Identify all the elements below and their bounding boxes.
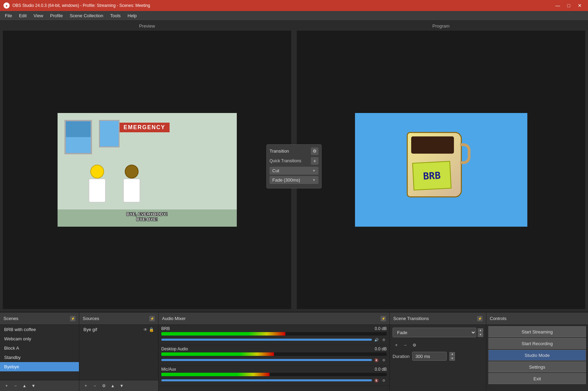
audio-corner-button[interactable]: ⚡ xyxy=(381,316,386,321)
audio-brb-settings-button[interactable]: ⚙ xyxy=(381,337,387,343)
caption-line2: BYE-BYE! xyxy=(126,217,168,222)
menu-file[interactable]: File xyxy=(1,12,16,19)
cut-chevron-icon: ▼ xyxy=(312,169,316,173)
preview-area: Preview EMERGENCY xyxy=(0,21,588,312)
add-transition-button[interactable]: + xyxy=(393,341,400,349)
move-source-up-button[interactable]: ▲ xyxy=(109,382,116,390)
duration-down-button[interactable]: ▼ xyxy=(449,357,455,361)
scenes-corner-button[interactable]: ⚡ xyxy=(70,316,75,321)
emergency-sign: EMERGENCY xyxy=(120,123,170,132)
menu-edit[interactable]: Edit xyxy=(16,12,30,19)
titlebar: ● OBS Studio 24.0.3 (64-bit, windows) - … xyxy=(0,0,588,11)
audio-panel: Audio Mixer ⚡ BRB 0.0 dB 🔊 xyxy=(159,312,390,391)
start-recording-button[interactable]: Start Recording xyxy=(488,338,586,349)
titlebar-controls: — □ ✕ xyxy=(553,1,585,10)
move-scene-up-button[interactable]: ▲ xyxy=(21,382,28,390)
scene-item-block[interactable]: Block A xyxy=(0,343,79,353)
duration-input[interactable] xyxy=(412,352,447,361)
scene-item-webcam[interactable]: Webcam only xyxy=(0,334,79,343)
duration-label: Duration xyxy=(393,354,409,359)
audio-brb-mute-button[interactable]: 🔊 xyxy=(373,337,379,343)
audio-desktop-fader[interactable] xyxy=(161,359,372,361)
remove-transition-button[interactable]: − xyxy=(402,341,409,349)
audio-panel-title: Audio Mixer xyxy=(162,316,186,321)
source-eye-icon[interactable]: 👁 xyxy=(143,327,148,332)
studio-mode-button[interactable]: Studio Mode xyxy=(488,350,586,361)
remove-scene-button[interactable]: − xyxy=(12,382,19,390)
audio-mic-mute-button[interactable]: 🔇 xyxy=(373,377,379,383)
audio-desktop-settings-button[interactable]: ⚙ xyxy=(381,357,387,363)
audio-channel-mic: Mic/Aux 0.0 dB 🔇 ⚙ xyxy=(159,366,389,386)
add-remove-transition-row: + − ⚙ xyxy=(390,340,486,350)
add-scene-button[interactable]: + xyxy=(3,382,10,390)
main-content: Preview EMERGENCY xyxy=(0,21,588,391)
controls-panel: Controls Start Streaming Start Recording… xyxy=(486,312,588,391)
transition-dropdown-row: Fade ▲ ▼ xyxy=(393,328,483,337)
menu-view[interactable]: View xyxy=(30,12,47,19)
audio-channel-desktop: Desktop Audio 0.0 dB 🔇 ⚙ xyxy=(159,345,389,366)
minimize-button[interactable]: — xyxy=(553,1,562,10)
menu-scene-collection[interactable]: Scene Collection xyxy=(66,12,107,19)
audio-channel-desktop-header: Desktop Audio 0.0 dB xyxy=(161,347,387,351)
settings-button[interactable]: Settings xyxy=(488,361,586,372)
fade-transition-option[interactable]: Fade (300ms) ▼ xyxy=(270,176,318,184)
bottom-panel: Scenes ⚡ BRB with coffee Webcam only Blo… xyxy=(0,312,588,391)
audio-desktop-name: Desktop Audio xyxy=(161,347,188,351)
start-streaming-button[interactable]: Start Streaming xyxy=(488,326,586,337)
program-screen: BRB xyxy=(297,31,585,309)
sources-toolbar: + − ⚙ ▲ ▼ xyxy=(79,380,158,391)
maximize-button[interactable]: □ xyxy=(564,1,574,10)
add-quick-transition-button[interactable]: + xyxy=(311,157,318,165)
transition-settings-button[interactable]: ⚙ xyxy=(410,341,418,349)
sources-panel: Sources ⚡ Bye gif 👁 🔒 + − ⚙ ▲ ▼ xyxy=(79,312,159,391)
scene-transitions-panel: Scene Transitions ⚡ Fade ▲ ▼ + − ⚙ xyxy=(390,312,486,391)
transition-select[interactable]: Fade xyxy=(393,328,476,337)
fade-label: Fade (300ms) xyxy=(272,177,300,183)
brb-text: BRB xyxy=(423,169,440,182)
move-scene-down-button[interactable]: ▼ xyxy=(30,382,37,390)
sources-corner-button[interactable]: ⚡ xyxy=(149,316,155,321)
add-source-button[interactable]: + xyxy=(82,382,90,390)
menu-help[interactable]: Help xyxy=(124,12,140,19)
scene-item-byebye[interactable]: Byebye xyxy=(0,362,79,371)
source-item-bye-gif[interactable]: Bye gif 👁 🔒 xyxy=(79,325,158,334)
transition-label: Transition xyxy=(270,148,289,154)
transition-gear-button[interactable]: ⚙ xyxy=(311,147,318,155)
audio-mic-meter xyxy=(161,373,387,376)
transition-down-button[interactable]: ▼ xyxy=(478,333,483,337)
audio-brb-fader[interactable] xyxy=(161,339,372,341)
audio-mic-db: 0.0 dB xyxy=(375,367,387,372)
menu-profile[interactable]: Profile xyxy=(47,12,66,19)
transition-up-button[interactable]: ▲ xyxy=(478,328,483,332)
scenes-panel-title: Scenes xyxy=(3,316,18,321)
remove-source-button[interactable]: − xyxy=(91,382,99,390)
close-button[interactable]: ✕ xyxy=(575,1,585,10)
obs-icon: ● xyxy=(3,2,10,9)
scene-item-standby[interactable]: Standby xyxy=(0,353,79,362)
menu-tools[interactable]: Tools xyxy=(107,12,124,19)
audio-channels-container: BRB 0.0 dB 🔊 ⚙ xyxy=(159,325,389,391)
duration-up-button[interactable]: ▲ xyxy=(449,352,455,356)
exit-button[interactable]: Exit xyxy=(488,373,586,384)
sources-panel-header: Sources ⚡ xyxy=(79,312,158,325)
move-source-down-button[interactable]: ▼ xyxy=(118,382,125,390)
titlebar-title: OBS Studio 24.0.3 (64-bit, windows) - Pr… xyxy=(12,3,553,8)
audio-mic-settings-button[interactable]: ⚙ xyxy=(381,377,387,383)
source-name-bye-gif: Bye gif xyxy=(83,327,97,332)
source-lock-icon[interactable]: 🔒 xyxy=(149,327,154,332)
scene-transitions-corner-button[interactable]: ⚡ xyxy=(477,316,483,321)
scene-item-brb[interactable]: BRB with coffee xyxy=(0,325,79,334)
audio-mic-fader[interactable] xyxy=(161,379,372,381)
transition-panel: Transition ⚙ Quick Transitions + Cut ▼ F… xyxy=(266,144,322,188)
audio-channel-brb: BRB 0.0 dB 🔊 ⚙ xyxy=(159,325,389,345)
scenes-list-container: BRB with coffee Webcam only Block A Stan… xyxy=(0,325,79,380)
controls-content: Start Streaming Start Recording Studio M… xyxy=(486,325,588,386)
preview-label: Preview xyxy=(139,23,155,29)
preview-canvas: EMERGENCY xyxy=(58,113,237,227)
cut-transition-option[interactable]: Cut ▼ xyxy=(270,167,318,175)
audio-desktop-mute-button[interactable]: 🔇 xyxy=(373,357,379,363)
preview-panel: Preview EMERGENCY xyxy=(0,21,294,312)
duration-arrow-buttons: ▲ ▼ xyxy=(449,352,455,361)
source-settings-button[interactable]: ⚙ xyxy=(100,382,108,390)
caption-line1: BYE, EVERYBODY! xyxy=(126,212,168,217)
